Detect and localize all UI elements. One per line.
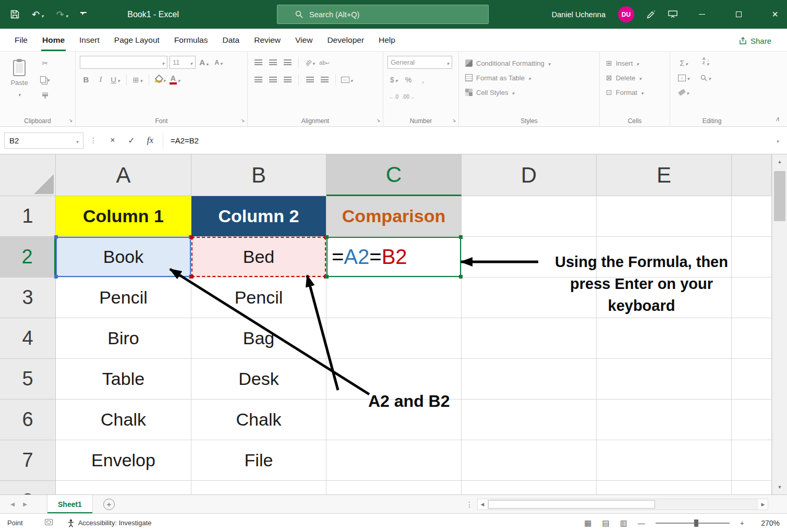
zoom-in-button[interactable]: +	[740, 519, 744, 527]
maximize-button[interactable]	[727, 0, 750, 29]
vertical-scroll-thumb[interactable]	[774, 171, 785, 221]
percent-style-button[interactable]: %	[402, 73, 415, 86]
redo-button[interactable]: ↷	[56, 10, 68, 19]
cell-d8[interactable]	[462, 481, 597, 494]
cell-e6[interactable]	[597, 400, 732, 440]
save-button[interactable]	[10, 10, 19, 19]
align-bottom-button[interactable]	[281, 56, 294, 69]
sheet-tab-sheet1[interactable]: Sheet1	[47, 495, 93, 513]
orientation-button[interactable]: ab	[304, 56, 316, 69]
cell-b5[interactable]: Desk	[191, 359, 326, 400]
cell-c2-formula[interactable]: =A2=B2	[326, 237, 462, 277]
borders-button[interactable]: ⊞	[131, 73, 144, 86]
increase-font-size-button[interactable]: A	[198, 56, 210, 69]
undo-button[interactable]: ↶	[32, 10, 44, 19]
accounting-format-button[interactable]: $	[388, 73, 400, 86]
cell-c1[interactable]: Comparison	[326, 196, 462, 237]
comma-style-button[interactable]: ,	[417, 73, 429, 86]
font-color-button[interactable]: A	[168, 73, 181, 86]
column-header-a[interactable]: A	[56, 154, 191, 196]
user-name[interactable]: Daniel Uchenna	[552, 10, 606, 19]
tab-formulas[interactable]: Formulas	[167, 29, 215, 51]
zoom-slider-thumb[interactable]	[694, 519, 698, 527]
column-header-e[interactable]: E	[597, 154, 732, 196]
cell-b2[interactable]: Bed	[191, 237, 326, 277]
row-header-3[interactable]: 3	[0, 277, 56, 318]
cell-b3[interactable]: Pencil	[191, 277, 326, 318]
tab-data[interactable]: Data	[215, 29, 247, 51]
cell-d4[interactable]	[462, 318, 597, 359]
cell-a7[interactable]: Envelop	[56, 440, 191, 481]
cell-partial[interactable]	[732, 318, 772, 359]
cell-a4[interactable]: Biro	[56, 318, 191, 359]
sheet-nav-right-arrow[interactable]: ▶	[19, 501, 31, 507]
tab-help[interactable]: Help	[371, 29, 403, 51]
tab-home[interactable]: Home	[35, 29, 72, 51]
insert-function-button[interactable]: fx	[141, 132, 160, 149]
cell-a3[interactable]: Pencil	[56, 277, 191, 318]
cell-c8[interactable]	[326, 481, 462, 494]
number-dialog-launcher[interactable]	[452, 115, 456, 124]
cell-partial[interactable]	[732, 440, 772, 481]
ribbon-display-options-button[interactable]	[668, 10, 677, 18]
format-cells-button[interactable]: ⊡ Format	[604, 85, 665, 100]
zoom-percentage[interactable]: 270%	[755, 519, 780, 527]
tab-splitter-dots[interactable]: ⋮	[466, 500, 473, 509]
scroll-up-arrow[interactable]: ▲	[772, 154, 787, 169]
sort-filter-button[interactable]: AZ	[699, 57, 712, 70]
search-box[interactable]: Search (Alt+Q)	[277, 5, 489, 24]
cell-a2[interactable]: Book	[56, 237, 191, 277]
font-dialog-launcher[interactable]	[240, 115, 245, 124]
tab-page-layout[interactable]: Page Layout	[107, 29, 167, 51]
zoom-slider[interactable]	[656, 523, 730, 524]
minimize-button[interactable]	[690, 0, 714, 29]
increase-indent-button[interactable]	[318, 73, 331, 86]
pen-mode-button[interactable]	[647, 10, 656, 19]
font-size-select[interactable]: 11	[169, 56, 196, 69]
avatar[interactable]: DU	[618, 6, 634, 22]
cell-b8[interactable]	[191, 481, 326, 494]
bold-button[interactable]: B	[80, 73, 92, 86]
new-sheet-button[interactable]: +	[103, 499, 115, 510]
customize-quick-access-button[interactable]	[80, 12, 87, 17]
cell-a6[interactable]: Chalk	[56, 400, 191, 440]
accessibility-status[interactable]: Accessibility: Investigate	[67, 519, 152, 527]
cell-a5[interactable]: Table	[56, 359, 191, 400]
cell-e1[interactable]	[597, 196, 732, 237]
format-as-table-button[interactable]: Format as Table	[463, 70, 595, 85]
share-button[interactable]: Share	[734, 33, 777, 49]
name-box[interactable]: B2	[4, 132, 83, 149]
cell-styles-button[interactable]: Cell Styles	[463, 85, 595, 100]
row-header-1[interactable]: 1	[0, 196, 56, 237]
horizontal-scrollbar[interactable]: ◀ ▶	[477, 499, 768, 510]
normal-view-button[interactable]: ▦	[584, 518, 591, 528]
scroll-right-arrow[interactable]: ▶	[758, 502, 768, 507]
cell-b7[interactable]: File	[191, 440, 326, 481]
row-header-8[interactable]: 8	[0, 481, 56, 494]
conditional-formatting-button[interactable]: Conditional Formatting	[463, 56, 595, 70]
align-right-button[interactable]	[281, 73, 294, 86]
tab-file[interactable]: File	[7, 29, 35, 51]
merge-center-button[interactable]	[341, 73, 353, 86]
number-format-select[interactable]: General	[388, 56, 452, 69]
delete-cells-button[interactable]: ⊠ Delete	[604, 70, 665, 85]
format-painter-button[interactable]	[39, 89, 51, 102]
cell-e8[interactable]	[597, 481, 732, 494]
cell-b6[interactable]: Chalk	[191, 400, 326, 440]
cell-b4[interactable]: Bag	[191, 318, 326, 359]
horizontal-scroll-track[interactable]	[487, 499, 758, 510]
align-top-button[interactable]	[252, 56, 264, 69]
alignment-dialog-launcher[interactable]	[376, 115, 380, 124]
column-header-c[interactable]: C	[326, 154, 462, 196]
tab-insert[interactable]: Insert	[72, 29, 107, 51]
cell-a8[interactable]	[56, 481, 191, 494]
align-middle-button[interactable]	[267, 56, 279, 69]
clear-button[interactable]	[677, 86, 690, 99]
row-header-2[interactable]: 2	[0, 237, 56, 277]
select-all-corner[interactable]	[0, 154, 56, 196]
row-header-5[interactable]: 5	[0, 359, 56, 400]
cell-c7[interactable]	[326, 440, 462, 481]
cell-e5[interactable]	[597, 359, 732, 400]
row-header-4[interactable]: 4	[0, 318, 56, 359]
horizontal-scroll-thumb[interactable]	[488, 500, 655, 509]
